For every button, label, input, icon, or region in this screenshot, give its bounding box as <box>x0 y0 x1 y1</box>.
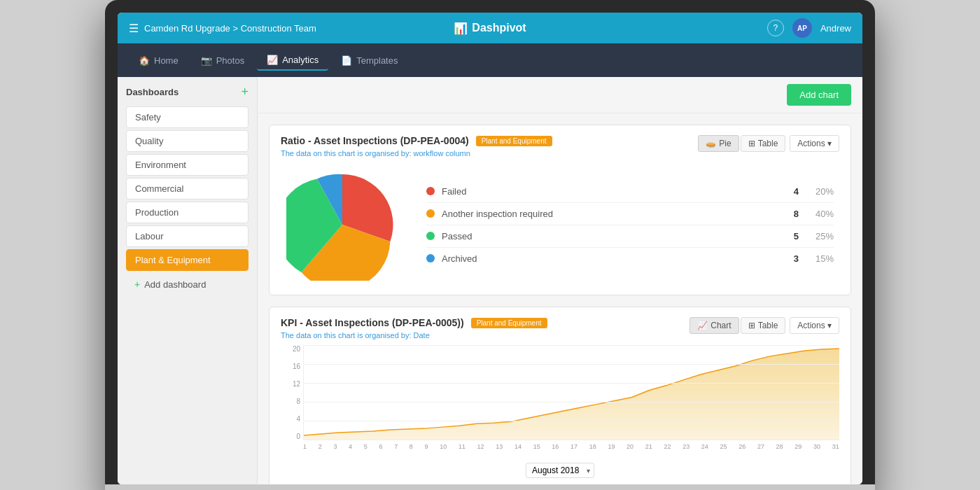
y-axis-labels: 20 16 12 8 4 0 <box>281 345 300 440</box>
chart-1-subtitle: The data on this chart is organised by: … <box>281 149 698 158</box>
legend-count-failed: 4 <box>778 186 799 197</box>
sidebar: Dashboards + Safety Quality Environment … <box>118 77 258 484</box>
chart-card-1-header: Ratio - Asset Inspections (DP-PEA-0004) … <box>270 125 850 163</box>
sidebar-item-environment[interactable]: Environment <box>126 154 248 176</box>
app-name: Dashpivot <box>472 22 526 34</box>
table-icon-1: ⊞ <box>748 139 755 148</box>
chart-1-table-button[interactable]: ⊞ Table <box>741 135 786 152</box>
y-label-8: 8 <box>296 398 300 405</box>
x-label-20: 20 <box>626 443 634 457</box>
chart-2-controls: 📈 Chart ⊞ Table Actions ▾ <box>690 317 839 334</box>
legend-pct-archived: 15% <box>806 253 834 264</box>
date-picker-wrapper[interactable]: August 2018 <box>526 463 594 478</box>
photos-icon: 📷 <box>201 55 212 66</box>
nav-label-photos: Photos <box>216 55 244 66</box>
help-button[interactable]: ? <box>767 20 784 36</box>
hamburger-icon[interactable]: ☰ <box>129 22 139 35</box>
chart-2-actions-button[interactable]: Actions ▾ <box>790 317 839 334</box>
pie-chart-section: Failed 4 20% Another inspection required… <box>270 163 850 295</box>
x-label-23: 23 <box>682 443 690 457</box>
chart-2-table-button[interactable]: ⊞ Table <box>741 317 786 334</box>
add-chart-button[interactable]: Add chart <box>787 84 851 106</box>
templates-icon: 📄 <box>341 55 352 66</box>
x-label-9: 9 <box>425 443 428 457</box>
x-label-25: 25 <box>720 443 727 457</box>
x-label-2: 2 <box>318 443 322 457</box>
sidebar-item-labour[interactable]: Labour <box>126 225 248 247</box>
chart-2-badge: Plant and Equipment <box>471 318 547 328</box>
x-label-30: 30 <box>813 443 820 457</box>
area-chart-section: 20 16 12 8 4 0 <box>270 345 850 484</box>
laptop-screen: ☰ Camden Rd Upgrade > Construction Team … <box>118 13 862 484</box>
legend-item-failed: Failed 4 20% <box>426 181 834 203</box>
sidebar-add-button[interactable]: + <box>241 85 248 98</box>
nav-item-photos[interactable]: 📷 Photos <box>191 51 254 70</box>
legend-count-archived: 3 <box>778 253 799 264</box>
pie-label: Pie <box>719 139 731 148</box>
add-dashboard-icon: + <box>134 279 140 290</box>
x-label-18: 18 <box>589 443 596 457</box>
x-label-8: 8 <box>410 443 413 457</box>
sidebar-item-commercial[interactable]: Commercial <box>126 178 248 200</box>
legend-item-passed: Passed 5 25% <box>426 225 834 248</box>
top-bar-center: 📊 Dashpivot <box>454 22 526 35</box>
legend-pct-passed: 25% <box>806 231 834 241</box>
avatar-initials: AP <box>797 24 807 32</box>
help-icon: ? <box>774 23 778 33</box>
nav-item-templates[interactable]: 📄 Templates <box>331 51 407 70</box>
table-label-1: Table <box>758 139 778 148</box>
chart-card-2: KPI - Asset Inspections (DP-PEA-0005)) P… <box>269 307 851 484</box>
area-chart-wrapper: 20 16 12 8 4 0 <box>281 345 839 457</box>
chart-title-row-2: KPI - Asset Inspections (DP-PEA-0005)) P… <box>281 317 690 328</box>
chart-title-area-1: Ratio - Asset Inspections (DP-PEA-0004) … <box>281 135 698 158</box>
chart-2-subtitle: The data on this chart is organised by: … <box>281 331 690 340</box>
grid-line-2 <box>304 364 839 365</box>
chart-1-subtitle-highlight: workflow column <box>414 149 470 158</box>
legend-item-another: Another inspection required 8 40% <box>426 203 834 225</box>
chart-2-chart-button[interactable]: 📈 Chart <box>690 317 738 334</box>
x-label-21: 21 <box>645 443 652 457</box>
chart-icon: 📈 <box>697 321 708 330</box>
sidebar-item-plant-equipment[interactable]: Plant & Equipment <box>126 249 248 271</box>
x-label-6: 6 <box>379 443 382 457</box>
nav-label-templates: Templates <box>356 55 398 66</box>
chart-1-controls: 🥧 Pie ⊞ Table Actions ▾ <box>698 135 839 152</box>
x-label-27: 27 <box>757 443 764 457</box>
nav-item-analytics[interactable]: 📈 Analytics <box>257 50 328 71</box>
y-label-20: 20 <box>293 345 300 353</box>
x-label-22: 22 <box>664 443 671 457</box>
sidebar-item-quality[interactable]: Quality <box>126 130 248 152</box>
chart-1-actions-button[interactable]: Actions ▾ <box>790 135 839 152</box>
grid-line-1 <box>304 345 839 346</box>
chart-date-picker: August 2018 <box>281 457 839 481</box>
add-dashboard-label: Add dashboard <box>144 279 206 290</box>
date-select[interactable]: August 2018 <box>526 463 594 478</box>
legend-count-passed: 5 <box>778 231 799 241</box>
x-label-7: 7 <box>394 443 398 457</box>
chart-plot <box>303 345 839 440</box>
chart-card-2-header: KPI - Asset Inspections (DP-PEA-0005)) P… <box>270 307 850 345</box>
legend-dot-passed <box>426 232 435 240</box>
chart-1-pie-button[interactable]: 🥧 Pie <box>698 135 738 152</box>
x-label-26: 26 <box>738 443 746 457</box>
x-label-29: 29 <box>794 443 802 457</box>
legend-label-archived: Archived <box>442 253 771 264</box>
chart-1-title: Ratio - Asset Inspections (DP-PEA-0004) <box>281 135 469 146</box>
nav-label-analytics: Analytics <box>282 55 318 65</box>
grid-line-5 <box>304 421 839 421</box>
grid-line-4 <box>304 402 839 402</box>
sidebar-item-production[interactable]: Production <box>126 202 248 223</box>
content-area: Add chart Ratio - Asset Inspections (DP-… <box>258 77 862 484</box>
chart-title-row-1: Ratio - Asset Inspections (DP-PEA-0004) … <box>281 135 698 146</box>
avatar: AP <box>792 18 812 38</box>
breadcrumb: Camden Rd Upgrade > Construction Team <box>144 23 316 34</box>
sidebar-item-safety[interactable]: Safety <box>126 106 248 128</box>
nav-item-home[interactable]: 🏠 Home <box>129 51 188 70</box>
chart-2-subtitle-highlight: Date <box>414 331 430 340</box>
legend-count-another: 8 <box>778 209 799 219</box>
x-label-28: 28 <box>776 443 783 457</box>
x-label-24: 24 <box>701 443 708 457</box>
add-dashboard-button[interactable]: + Add dashboard <box>126 274 248 295</box>
legend-label-passed: Passed <box>442 231 771 241</box>
chart-label: Chart <box>710 321 731 330</box>
